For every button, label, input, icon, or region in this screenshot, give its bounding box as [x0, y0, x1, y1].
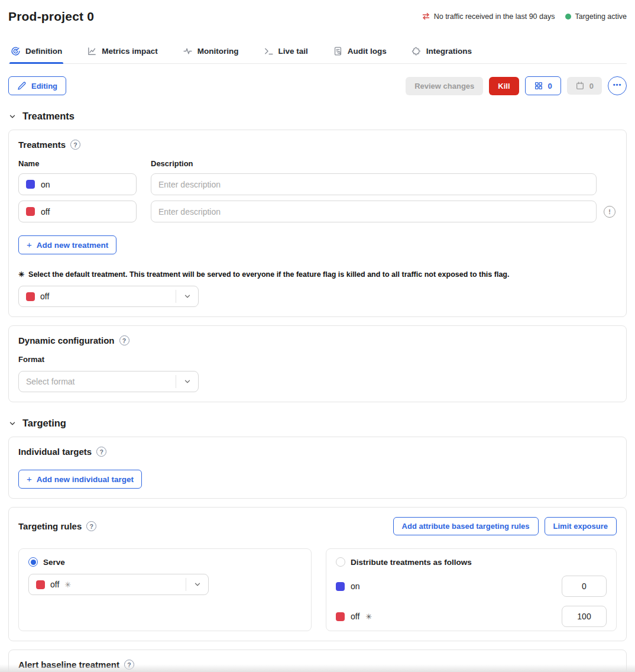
add-new-treatment-label: Add new treatment [37, 241, 109, 250]
add-attribute-rules-button[interactable]: Add attribute based targeting rules [393, 517, 539, 535]
calendar-icon [575, 81, 585, 91]
targeting-section-label: Targeting [22, 418, 66, 429]
help-icon[interactable]: ? [96, 447, 106, 457]
feature-flag-definition-page: Prod-project 0 No traffic received in th… [0, 0, 635, 672]
tab-label: Integrations [426, 47, 472, 56]
treatments-section-toggle[interactable]: Treatments [8, 111, 627, 122]
page-title: Prod-project 0 [8, 9, 94, 24]
help-icon[interactable]: ? [70, 140, 80, 150]
serve-radio[interactable]: Serve [28, 557, 302, 567]
treatment-color-swatch [36, 580, 45, 589]
targeting-status-label: Targeting active [575, 12, 627, 21]
environments-count: 0 [548, 82, 552, 91]
format-select[interactable]: Select format [18, 371, 199, 392]
treatment-color-swatch [336, 582, 345, 591]
distribute-percent-input[interactable] [562, 576, 607, 597]
schedule-count-button[interactable]: 0 [567, 77, 602, 95]
individual-targets-title-text: Individual targets [18, 447, 92, 457]
distribute-treatment-name: on [351, 581, 360, 591]
chevron-down-icon [8, 112, 17, 121]
select-chevron [176, 290, 198, 303]
asterisk-icon: ✳ [64, 580, 71, 589]
description-wrap [151, 173, 617, 195]
bottom-shadow-bar [0, 664, 635, 672]
treatment-name-input[interactable]: on [18, 173, 137, 195]
treatments-card: Treatments ? Name Description on off [8, 130, 627, 317]
serve-treatment-select[interactable]: off ✳ [28, 574, 209, 595]
swap-arrows-icon [422, 12, 430, 21]
individual-targets-card: Individual targets ? + Add new individua… [8, 437, 627, 499]
plus-icon: + [27, 240, 32, 250]
help-icon[interactable]: ? [86, 521, 96, 531]
treatment-row: on [18, 173, 617, 195]
serve-treatment-text: off [50, 580, 59, 589]
serve-panel: Serve off ✳ [18, 548, 312, 631]
treatment-name-input[interactable]: off [18, 201, 137, 222]
default-treatment-text: off [40, 292, 49, 301]
grid-icon [534, 81, 543, 91]
targeting-rules-header: Targeting rules ? Add attribute based ta… [18, 517, 617, 535]
treatment-description-input[interactable] [151, 173, 597, 195]
chevron-down-icon [183, 292, 192, 301]
serve-radio-label: Serve [43, 558, 65, 567]
info-circle-icon[interactable]: ! [604, 206, 615, 218]
add-new-individual-target-button[interactable]: + Add new individual target [18, 470, 142, 489]
distribute-treatment-name: off [351, 612, 359, 621]
targeting-rules-card: Targeting rules ? Add attribute based ta… [8, 507, 627, 641]
tab-monitoring[interactable]: Monitoring [182, 41, 240, 63]
add-new-treatment-button[interactable]: + Add new treatment [18, 235, 116, 254]
tab-definition[interactable]: Definition [9, 41, 63, 63]
dynamic-configuration-title-text: Dynamic configuration [18, 335, 115, 345]
tab-bar: Definition Metrics impact Monitoring [8, 41, 627, 64]
targeting-section-toggle[interactable]: Targeting [8, 418, 627, 429]
review-changes-button[interactable]: Review changes [406, 77, 483, 95]
targeting-rule-panels: Serve off ✳ [18, 548, 617, 631]
target-icon [11, 46, 21, 56]
puzzle-icon [412, 46, 422, 56]
targeting-rules-title-text: Targeting rules [18, 521, 82, 531]
editing-button[interactable]: Editing [8, 76, 66, 95]
treatment-color-swatch [26, 292, 35, 301]
tab-live-tail[interactable]: Live tail [263, 41, 309, 63]
targeting-status: Targeting active [565, 12, 627, 21]
limit-exposure-button[interactable]: Limit exposure [545, 517, 617, 535]
name-column-label: Name [18, 159, 137, 168]
chevron-down-icon [193, 580, 202, 589]
more-options-button[interactable]: ••• [608, 76, 627, 95]
environments-count-button[interactable]: 0 [525, 76, 561, 95]
treatment-description-input[interactable] [151, 201, 597, 222]
treatment-color-swatch [26, 207, 35, 216]
distribute-radio[interactable]: Distribute treatments as follows [336, 557, 607, 567]
kill-button[interactable]: Kill [489, 77, 519, 95]
distribute-percent-input[interactable] [562, 606, 607, 627]
help-icon[interactable]: ? [119, 335, 129, 345]
plus-icon: + [27, 474, 32, 484]
default-treatment-note-text: Select the default treatment. This treat… [28, 270, 509, 279]
format-placeholder: Select format [26, 377, 74, 386]
treatment-name-value: on [41, 180, 50, 189]
status-row: No traffic received in the last 90 days … [422, 12, 627, 21]
format-label: Format [18, 355, 617, 364]
document-search-icon [333, 46, 343, 56]
distribute-treatment: on [336, 581, 360, 591]
pulse-icon [183, 46, 193, 56]
dynamic-configuration-title: Dynamic configuration ? [18, 335, 617, 345]
add-individual-target-label: Add new individual target [37, 475, 134, 484]
tab-label: Monitoring [197, 47, 239, 56]
treatments-section-label: Treatments [22, 111, 74, 122]
asterisk-icon: ✳ [365, 612, 372, 621]
tab-label: Live tail [278, 47, 308, 56]
tab-audit-logs[interactable]: Audit logs [332, 41, 388, 63]
description-column-label: Description [151, 159, 193, 168]
radio-selected-icon [28, 557, 38, 567]
schedule-count: 0 [589, 82, 594, 91]
distribute-row: on [336, 576, 607, 597]
default-treatment-select[interactable]: off [18, 286, 199, 307]
terminal-icon [264, 46, 274, 56]
select-chevron [186, 578, 208, 591]
tab-label: Definition [25, 47, 62, 56]
tab-integrations[interactable]: Integrations [410, 41, 473, 63]
targeting-rules-actions: Add attribute based targeting rules Limi… [393, 517, 617, 535]
toolbar-right: Review changes Kill 0 0 [406, 76, 627, 95]
tab-metrics-impact[interactable]: Metrics impact [86, 41, 159, 63]
